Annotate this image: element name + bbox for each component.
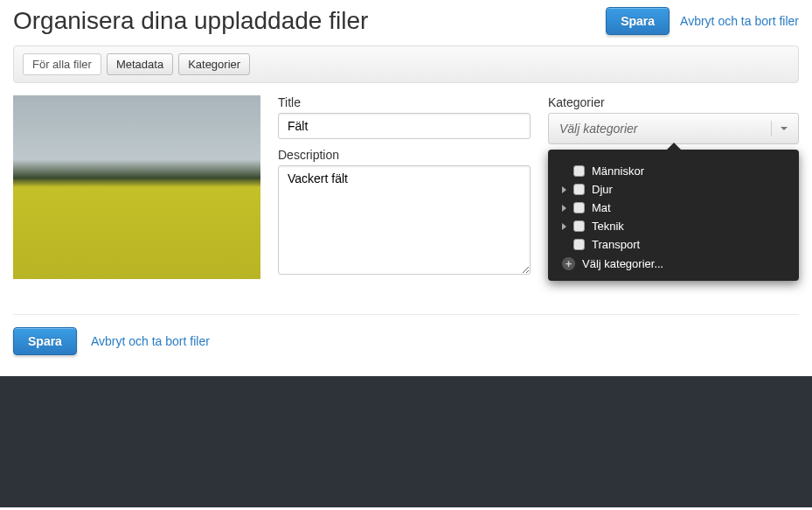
- checkbox-icon[interactable]: [573, 220, 585, 232]
- category-label: Teknik: [592, 220, 624, 233]
- category-label: Transport: [592, 238, 640, 251]
- category-label: Människor: [592, 164, 644, 178]
- toolbar: För alla filer Metadata Kategorier: [13, 45, 799, 83]
- add-categories-label: Välj kategorier...: [582, 257, 663, 270]
- categories-dropdown[interactable]: Välj kategorier: [548, 113, 799, 144]
- description-input[interactable]: Vackert fält: [278, 165, 531, 275]
- save-button-footer[interactable]: Spara: [13, 327, 77, 355]
- add-categories[interactable]: + Välj kategorier...: [557, 254, 790, 274]
- categories-placeholder: Välj kategorier: [559, 122, 638, 136]
- category-option[interactable]: Transport: [557, 235, 790, 254]
- category-option[interactable]: Mat: [557, 199, 790, 217]
- category-label: Djur: [592, 183, 613, 196]
- categories-panel: Människor Djur Mat Teknik: [548, 150, 799, 281]
- chevron-right-icon[interactable]: [562, 186, 566, 193]
- cancel-link-footer[interactable]: Avbryt och ta bort filer: [91, 334, 210, 348]
- chevron-right-icon[interactable]: [562, 223, 566, 230]
- save-button[interactable]: Spara: [606, 7, 670, 35]
- metadata-button[interactable]: Metadata: [107, 53, 173, 75]
- file-thumbnail: [13, 95, 260, 279]
- plus-icon: +: [562, 257, 575, 270]
- toolbar-all-files-label: För alla filer: [23, 53, 101, 75]
- category-label: Mat: [592, 201, 611, 214]
- description-label: Description: [278, 148, 531, 162]
- cancel-link[interactable]: Avbryt och ta bort filer: [680, 14, 799, 28]
- categories-button[interactable]: Kategorier: [178, 53, 250, 75]
- page-footer: [0, 376, 812, 507]
- checkbox-icon[interactable]: [573, 202, 585, 213]
- title-input[interactable]: [278, 113, 531, 139]
- checkbox-icon[interactable]: [573, 165, 585, 177]
- chevron-right-icon[interactable]: [562, 205, 566, 212]
- category-option[interactable]: Djur: [557, 180, 790, 199]
- category-option[interactable]: Teknik: [557, 217, 790, 235]
- title-label: Title: [278, 95, 531, 109]
- page-title: Organisera dina uppladdade filer: [13, 7, 368, 35]
- category-option[interactable]: Människor: [557, 162, 790, 180]
- chevron-down-icon: [771, 121, 788, 136]
- categories-label: Kategorier: [548, 95, 799, 109]
- checkbox-icon[interactable]: [573, 184, 585, 195]
- dropdown-arrow-icon: [666, 143, 682, 150]
- checkbox-icon[interactable]: [573, 239, 585, 250]
